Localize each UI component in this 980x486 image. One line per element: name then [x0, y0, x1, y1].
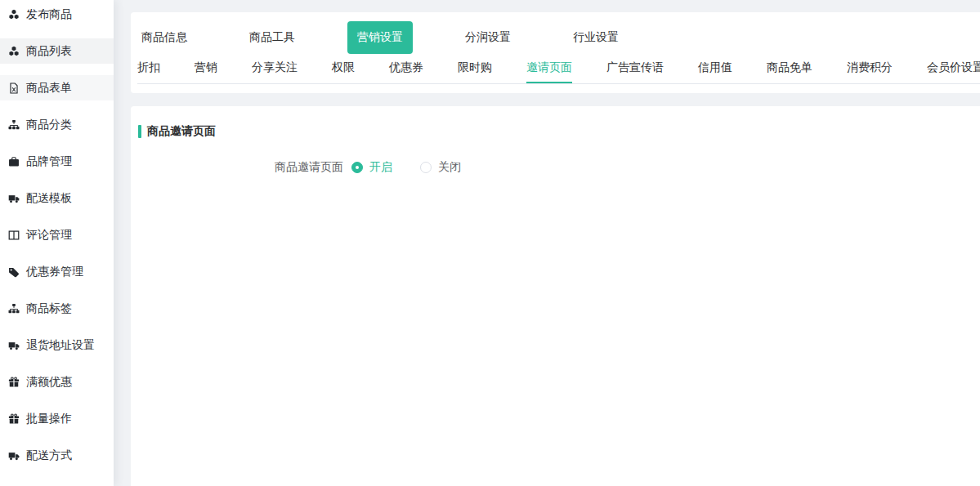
sitemap-icon [8, 119, 20, 131]
tabs-card: 商品信息 商品工具 营销设置 分润设置 行业设置 折扣 营销 分享关注 权限 优… [131, 12, 980, 93]
radio-option-on[interactable]: 开启 [351, 160, 392, 175]
truck-icon [8, 450, 20, 461]
truck-icon [8, 340, 20, 351]
cubes-icon [8, 46, 20, 57]
sidebar-item-full-amount-discount[interactable]: 满额优惠 [0, 369, 114, 395]
sidebar-item-brand-management[interactable]: 品牌管理 [0, 149, 114, 174]
sidebar-item-return-address-settings[interactable]: 退货地址设置 [0, 332, 114, 358]
subtab-ad-slogan[interactable]: 广告宣传语 [606, 54, 664, 83]
radio-option-label: 开启 [369, 160, 392, 175]
sidebar-item-delivery-method[interactable]: 配送方式 [0, 443, 114, 468]
subtab-product-free[interactable]: 商品免单 [767, 54, 812, 83]
sidebar-item-label: 配送模板 [26, 191, 72, 206]
subtab-flash-sale[interactable]: 限时购 [458, 54, 492, 83]
tab-marketing-settings[interactable]: 营销设置 [347, 21, 413, 54]
radio-unselected-icon [420, 162, 432, 173]
invite-page-radio-group: 开启 关闭 [351, 160, 461, 175]
content-card: 商品邀请页面 商品邀请页面 开启 关闭 [131, 106, 980, 486]
sidebar-item-publish-product[interactable]: 发布商品 [0, 2, 114, 27]
sidebar-item-product-tags[interactable]: 商品标签 [0, 296, 114, 321]
sidebar-item-label: 商品列表 [26, 44, 72, 59]
sidebar-item-label: 品牌管理 [26, 154, 72, 169]
gift-icon [8, 377, 20, 388]
subtab-coupon[interactable]: 优惠券 [389, 54, 423, 83]
sidebar-item-label: 配送方式 [26, 448, 72, 463]
sidebar-item-batch-operation[interactable]: 批量操作 [0, 406, 114, 431]
section-accent-bar [138, 125, 141, 138]
subtab-marketing[interactable]: 营销 [195, 54, 217, 83]
radio-option-off[interactable]: 关闭 [420, 160, 461, 175]
sidebar-item-label: 退货地址设置 [26, 338, 95, 353]
sitemap-icon [8, 303, 20, 314]
sidebar-item-label: 发布商品 [26, 7, 72, 22]
tag-icon [8, 266, 20, 278]
tab-profit-settings[interactable]: 分润设置 [455, 21, 521, 54]
subtab-member-price[interactable]: 会员价设置 [927, 54, 980, 83]
subtab-discount[interactable]: 折扣 [137, 54, 160, 83]
sidebar-item-label: 商品分类 [26, 118, 72, 132]
file-excel-icon [8, 82, 20, 94]
sidebar-item-product-form[interactable]: 商品表单 [0, 75, 114, 100]
sidebar-item-label: 优惠券管理 [26, 265, 83, 279]
main-content: 商品信息 商品工具 营销设置 分润设置 行业设置 折扣 营销 分享关注 权限 优… [131, 0, 980, 486]
radio-selected-icon [351, 162, 363, 173]
sidebar-item-product-category[interactable]: 商品分类 [0, 112, 114, 137]
subtab-credit-value[interactable]: 信用值 [698, 54, 732, 83]
sidebar-item-coupon-management[interactable]: 优惠券管理 [0, 259, 114, 284]
sidebar-item-delivery-template[interactable]: 配送模板 [0, 185, 114, 211]
sidebar-item-label: 商品标签 [26, 301, 72, 316]
invite-page-form-row: 商品邀请页面 开启 关闭 [138, 160, 980, 175]
subtab-consume-points[interactable]: 消费积分 [847, 54, 893, 83]
sidebar-item-comment-management[interactable]: 评论管理 [0, 222, 114, 247]
subtab-share-follow[interactable]: 分享关注 [252, 54, 298, 83]
sidebar: 发布商品 商品列表 商品表单 商品分类 品牌管理 配送模板 评论管理 优惠券管理… [0, 0, 114, 486]
section-title: 商品邀请页面 [147, 124, 216, 139]
briefcase-icon [8, 156, 20, 167]
sidebar-item-label: 满额优惠 [26, 375, 72, 390]
sidebar-item-label: 批量操作 [26, 412, 72, 426]
columns-icon [8, 230, 20, 241]
radio-option-label: 关闭 [438, 160, 461, 175]
secondary-tab-bar: 折扣 营销 分享关注 权限 优惠券 限时购 邀请页面 广告宣传语 信用值 商品免… [137, 54, 980, 84]
sidebar-item-label: 商品表单 [26, 81, 72, 96]
subtab-permission[interactable]: 权限 [332, 54, 355, 83]
sidebar-item-product-list[interactable]: 商品列表 [0, 38, 114, 64]
cubes-icon [8, 9, 20, 20]
sidebar-item-label: 评论管理 [26, 228, 72, 243]
tab-product-info[interactable]: 商品信息 [132, 21, 197, 54]
tab-industry-settings[interactable]: 行业设置 [563, 21, 629, 54]
primary-tab-bar: 商品信息 商品工具 营销设置 分润设置 行业设置 [131, 12, 980, 54]
invite-page-form-label: 商品邀请页面 [138, 160, 343, 175]
section-header: 商品邀请页面 [138, 124, 980, 139]
tab-product-tools[interactable]: 商品工具 [239, 21, 305, 54]
subtab-invite-page[interactable]: 邀请页面 [526, 54, 572, 83]
truck-icon [8, 193, 20, 204]
gift-icon [8, 413, 20, 425]
